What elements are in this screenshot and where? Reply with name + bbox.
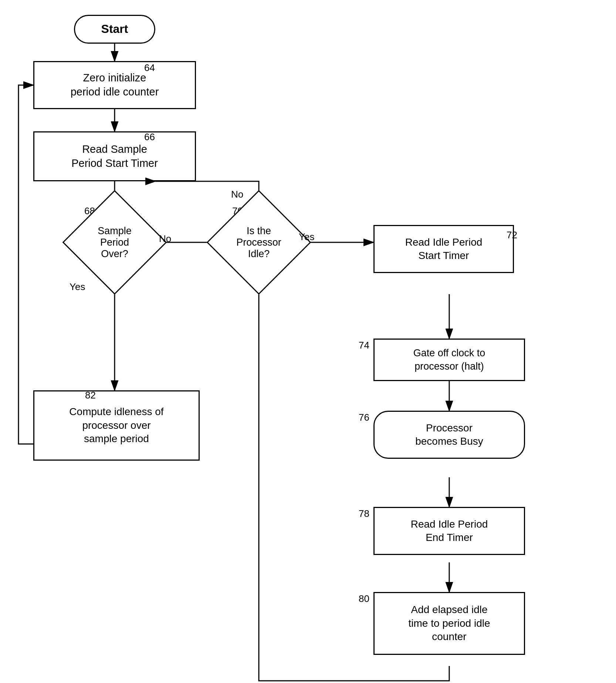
node-80: Add elapsed idletime to period idlecount… [373, 592, 525, 655]
edge-label-no-68: No [159, 233, 171, 245]
start-node: Start [74, 15, 155, 44]
node-78: Read Idle PeriodEnd Timer [373, 507, 525, 555]
node-68: SamplePeriodOver? [78, 205, 152, 279]
label-74: 74 [359, 340, 369, 351]
edge-label-no-70: No [231, 189, 243, 200]
node-72: Read Idle PeriodStart Timer [373, 225, 514, 273]
label-78: 78 [359, 508, 369, 519]
flowchart-diagram: Start 64 Zero initializeperiod idle coun… [0, 0, 616, 683]
edge-label-yes-70: Yes [299, 231, 314, 243]
node-76: Processorbecomes Busy [373, 411, 525, 459]
node-82: Compute idleness ofprocessor oversample … [33, 390, 200, 461]
node-64: Zero initializeperiod idle counter [33, 61, 196, 109]
node-74: Gate off clock toprocessor (halt) [373, 339, 525, 381]
node-66: Read SamplePeriod Start Timer [33, 131, 196, 181]
label-80: 80 [359, 593, 369, 605]
node-70: Is theProcessorIdle? [222, 205, 296, 279]
label-76: 76 [359, 412, 369, 423]
edge-label-yes-68: Yes [70, 281, 85, 293]
